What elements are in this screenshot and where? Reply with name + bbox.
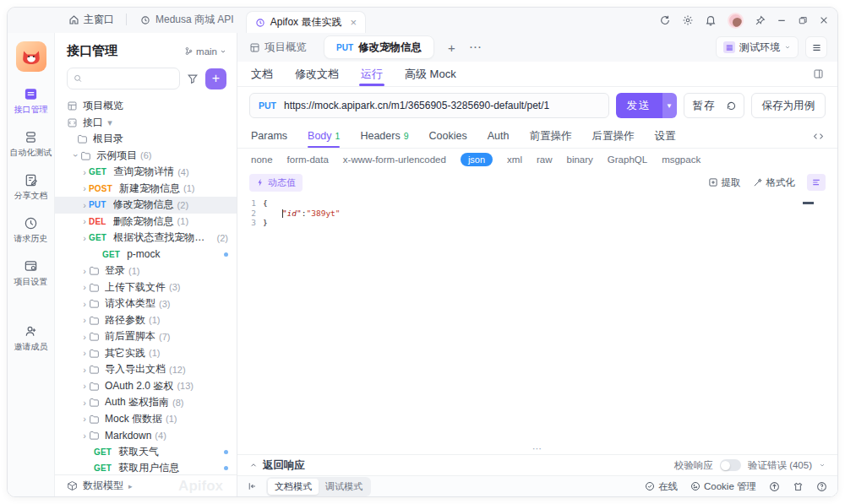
tree-folder-other-practices[interactable]: › 其它实践 (1) xyxy=(55,345,237,362)
dynamic-value-button[interactable]: 动态值 xyxy=(249,174,303,192)
auto-format-icon[interactable] xyxy=(807,174,826,191)
tab-auth[interactable]: Auth xyxy=(488,124,510,148)
request-url[interactable]: https://mock.apipark.cn/m1/3656905-32856… xyxy=(284,100,549,111)
chevron-right-icon[interactable]: › xyxy=(80,365,89,375)
json-body-editor[interactable]: 1 2 3 { "id":"389yt" } xyxy=(237,194,837,443)
subtab-docs[interactable]: 文档 xyxy=(251,62,273,86)
close-window-icon[interactable] xyxy=(819,15,829,25)
code-icon[interactable] xyxy=(813,131,824,142)
url-input[interactable]: PUT https://mock.apipark.cn/m1/3656905-3… xyxy=(249,93,609,118)
response-bar[interactable]: 返回响应 校验响应 验证错误 (405) xyxy=(237,454,837,475)
tree-api-post-create-pet[interactable]: › POST 新建宠物信息 (1) xyxy=(55,181,237,198)
tree-api-del-delete-pet[interactable]: › DEL 删除宠物信息 (1) xyxy=(55,214,237,230)
add-button[interactable]: + xyxy=(205,68,226,89)
search-input[interactable] xyxy=(86,73,173,84)
subtab-run[interactable]: 运行 xyxy=(361,62,383,86)
chevron-right-icon[interactable]: › xyxy=(80,167,89,177)
tree-api-get-find-by-status[interactable]: › GET 根据状态查找宠物列表 (2) xyxy=(55,230,237,247)
body-type-xml[interactable]: xml xyxy=(507,154,522,165)
tree-api-get-weather[interactable]: GET 获取天气 xyxy=(55,444,237,461)
body-type-none[interactable]: none xyxy=(251,154,273,165)
theme-icon[interactable] xyxy=(793,481,804,492)
bell-icon[interactable] xyxy=(705,14,717,26)
history-icon[interactable] xyxy=(724,100,744,111)
tree-folder-path-params[interactable]: › 路径参数 (1) xyxy=(55,312,237,329)
save-as-case-button[interactable]: 保存为用例 xyxy=(751,93,826,118)
validation-errors-label[interactable]: 验证错误 (405) xyxy=(748,459,812,472)
body-type-form-data[interactable]: form-data xyxy=(287,154,329,165)
home-tab[interactable]: 主窗口 xyxy=(68,13,126,33)
body-type-msgpack[interactable]: msgpack xyxy=(662,154,701,165)
avatar[interactable] xyxy=(728,13,744,29)
branch-selector[interactable]: main xyxy=(184,46,226,57)
tree-item-project-overview[interactable]: 项目概览 xyxy=(55,98,237,115)
online-status[interactable]: 在线 xyxy=(645,480,678,493)
extract-button[interactable]: 提取 xyxy=(708,176,741,189)
split-panel-icon[interactable] xyxy=(813,68,824,79)
tree-item-interfaces[interactable]: 接口 ▾ xyxy=(55,115,237,132)
body-type-urlencoded[interactable]: x-www-form-urlencoded xyxy=(343,154,446,165)
chevron-right-icon[interactable]: › xyxy=(80,183,89,193)
code-content[interactable]: { "id":"389yt" } xyxy=(263,194,341,443)
tab-headers[interactable]: Headers9 xyxy=(360,124,408,148)
maximize-icon[interactable] xyxy=(798,15,808,25)
environment-selector[interactable]: ▦ 测试环境 xyxy=(716,36,799,58)
tab-pre-actions[interactable]: 前置操作 xyxy=(529,124,571,148)
tree-api-get-pet-detail[interactable]: › GET 查询宠物详情 (4) xyxy=(55,164,237,181)
body-type-graphql[interactable]: GraphQL xyxy=(608,154,647,165)
data-models-section[interactable]: 数据模型 ▸ Apifox xyxy=(55,474,237,496)
close-tab-icon[interactable]: × xyxy=(350,16,357,29)
search-box[interactable] xyxy=(67,68,180,89)
collapse-sidebar-icon[interactable] xyxy=(248,481,258,491)
send-button-label[interactable]: 发送 xyxy=(616,93,662,118)
tree-folder-login[interactable]: › 登录 (1) xyxy=(55,263,237,279)
tree-folder-oauth2[interactable]: › OAuth 2.0 鉴权 (13) xyxy=(55,378,237,395)
validate-response-toggle[interactable] xyxy=(720,459,741,471)
tree-folder-upload-download[interactable]: › 上传下载文件 (3) xyxy=(55,279,237,296)
chevron-right-icon[interactable]: › xyxy=(80,299,89,309)
tree-api-get-user-info[interactable]: GET 获取用户信息 xyxy=(55,460,237,474)
tab-params[interactable]: Params xyxy=(251,124,287,148)
chevron-expanded-icon[interactable]: › xyxy=(71,151,81,160)
body-type-raw[interactable]: raw xyxy=(537,154,553,165)
project-tab-apifox[interactable]: Apifox 最佳实践 × xyxy=(246,11,366,33)
chevron-right-icon[interactable]: › xyxy=(80,332,89,342)
tab-post-actions[interactable]: 后置操作 xyxy=(592,124,634,148)
tree-folder-mock-data[interactable]: › Mock 假数据 (1) xyxy=(55,411,237,428)
tree-folder-sample-project[interactable]: › 示例项目 (6) xyxy=(55,148,237,165)
apifox-logo[interactable] xyxy=(16,41,46,72)
chevron-right-icon[interactable]: › xyxy=(80,348,89,358)
tree-folder-import-export[interactable]: › 导入导出文档 (12) xyxy=(55,361,237,378)
body-type-binary[interactable]: binary xyxy=(566,154,592,165)
chevron-right-icon[interactable]: › xyxy=(80,200,89,210)
chevron-right-icon[interactable]: › xyxy=(80,414,89,424)
cookie-manager[interactable]: Cookie 管理 xyxy=(690,480,756,493)
chevron-right-icon[interactable]: › xyxy=(80,381,89,391)
project-tab-medusa[interactable]: Medusa 商城 API xyxy=(135,13,246,33)
tree-api-put-update-pet[interactable]: › PUT 修改宠物信息 (2) xyxy=(55,197,237,214)
chevron-down-icon[interactable]: ▾ xyxy=(106,117,114,128)
chevron-right-icon[interactable]: › xyxy=(80,398,89,408)
send-options-icon[interactable]: ▼ xyxy=(662,93,677,118)
tree-folder-pre-post-scripts[interactable]: › 前后置脚本 (7) xyxy=(55,328,237,345)
chevron-right-icon[interactable]: › xyxy=(80,315,89,325)
help-icon[interactable] xyxy=(816,481,827,492)
sync-icon[interactable] xyxy=(659,14,671,26)
filter-icon[interactable] xyxy=(185,71,200,86)
rail-item-share-docs[interactable]: 分享文档 xyxy=(14,173,48,202)
chevron-right-icon[interactable]: › xyxy=(80,233,89,243)
tree-folder-root[interactable]: 根目录 xyxy=(55,131,237,148)
chevron-right-icon[interactable]: › xyxy=(80,216,89,226)
stash-button[interactable]: 暂存 xyxy=(684,99,724,113)
chevron-right-icon[interactable]: › xyxy=(80,431,89,441)
tree-folder-body-types[interactable]: › 请求体类型 (3) xyxy=(55,295,237,312)
tree-folder-auth-guide[interactable]: › Auth 鉴权指南 (8) xyxy=(55,394,237,411)
rail-item-automated-testing[interactable]: 自动化测试 xyxy=(10,130,52,159)
rail-item-invite-members[interactable]: 邀请成员 xyxy=(14,324,48,353)
tab-body[interactable]: Body1 xyxy=(308,124,340,148)
panel-resize-handle[interactable]: ⋯ xyxy=(237,443,837,454)
send-button[interactable]: 发送 ▼ xyxy=(616,93,677,118)
debug-mode-button[interactable]: 调试模式 xyxy=(319,479,369,495)
body-type-json[interactable]: json xyxy=(461,153,493,166)
rail-item-api-management[interactable]: 接口管理 xyxy=(14,87,48,116)
